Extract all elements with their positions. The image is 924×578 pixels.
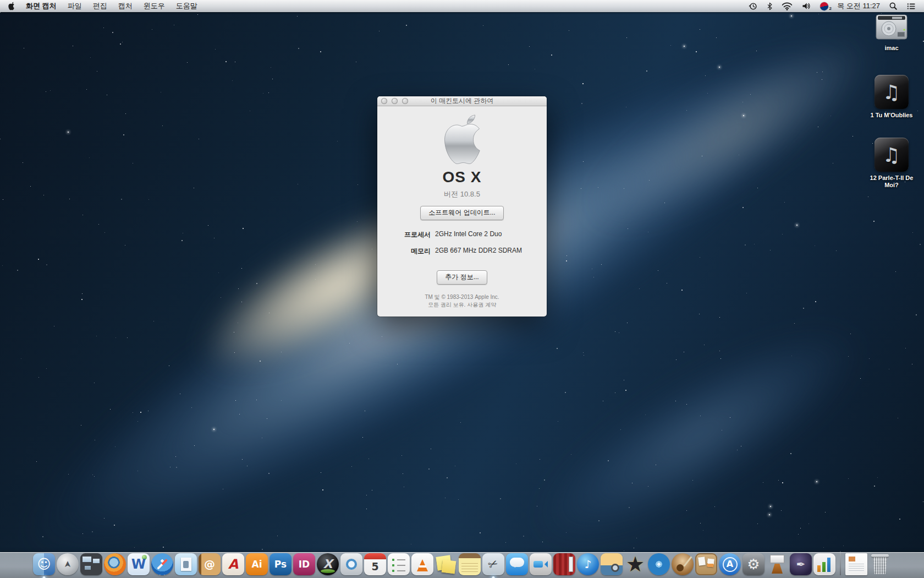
quarkxpress-icon: X [323, 558, 333, 570]
spotlight-icon[interactable] [884, 0, 902, 12]
close-button[interactable] [381, 98, 387, 104]
illustrator-icon: Ai [252, 560, 262, 569]
dock-item-adobe-reader[interactable]: A [222, 553, 244, 575]
spec-label: 메모리 [377, 247, 431, 256]
dock-item-mission-control[interactable] [80, 553, 102, 575]
photoshop-icon: Ps [274, 560, 287, 569]
taegeuk-icon: 2 [820, 1, 829, 11]
copyright-line1: TM 및 © 1983-2013 Apple Inc. [425, 294, 499, 300]
menu-file[interactable]: 파일 [62, 1, 87, 11]
dock-item-pages[interactable]: ✒ [790, 553, 812, 575]
dock-item-imovie[interactable]: ★ [624, 553, 646, 575]
dock-item-notes[interactable] [459, 553, 481, 575]
dock-item-safari[interactable] [151, 553, 173, 575]
dock-item-grab[interactable]: ✂ [482, 553, 504, 575]
desktop-icon-hard-drive-imac[interactable]: imac [861, 14, 922, 52]
menu-edit[interactable]: 편집 [87, 1, 113, 11]
volume-icon[interactable] [797, 0, 816, 12]
license-agreement-text: 사용권 계약 [467, 302, 496, 308]
spec-value: 2GHz Intel Core 2 Duo [435, 230, 547, 239]
dock-item-firefox[interactable] [104, 553, 126, 575]
notification-center-icon[interactable] [902, 0, 924, 12]
dock-item-vlc[interactable] [411, 553, 433, 575]
dock-item-iweb[interactable] [695, 553, 717, 575]
menu-items: 파일편집캡처윈도우도움말 [62, 1, 203, 11]
dock-item-toast[interactable] [340, 553, 362, 575]
menu-capture[interactable]: 캡처 [113, 1, 138, 11]
about-this-mac-window: 이 매킨토시에 관하여 OS X 버전 10.8.5 소프트웨어 업데이트...… [377, 96, 547, 317]
dock-item-stickies[interactable] [435, 553, 457, 575]
minimize-button[interactable] [392, 98, 398, 104]
desktop-icon-audio-file-1[interactable]: ♫1 Tu M'Oublies [861, 75, 922, 119]
dock-item-address-book[interactable]: @ [199, 553, 221, 575]
dock-item-launchpad[interactable]: ➤ [57, 553, 79, 575]
dock-item-garageband[interactable] [672, 553, 694, 575]
os-name: OS X [377, 168, 547, 186]
dock-item-itunes[interactable]: ♪ [577, 553, 599, 575]
ical-icon: 5 [371, 561, 378, 572]
dock-item-quarkxpress[interactable]: X [317, 553, 339, 575]
time-machine-icon[interactable] [744, 0, 762, 12]
bluetooth-icon[interactable] [762, 0, 777, 12]
menu-app-name[interactable]: 화면 캡처 [20, 1, 62, 11]
dock-item-facetime[interactable] [530, 553, 552, 575]
menu-window[interactable]: 윈도우 [138, 1, 170, 11]
apple-icon [8, 2, 15, 10]
copyright-line2: 모든 권리 보유. [428, 302, 465, 308]
menu-bar: 화면 캡처 파일편집캡처윈도우도움말 [0, 0, 924, 12]
desktop-icon-audio-file-12[interactable]: ♫12 Parle-T-Il De Moi? [861, 138, 922, 189]
dock-item-iphoto[interactable] [601, 553, 623, 575]
desktop-icon-label: 1 Tu M'Oublies [871, 112, 913, 119]
window-titlebar[interactable]: 이 매킨토시에 관하여 [377, 96, 547, 106]
music-note-icon: ♫ [883, 81, 900, 103]
software-update-button[interactable]: 소프트웨어 업데이트... [420, 206, 503, 220]
dock-item-trash[interactable] [869, 553, 891, 575]
dock-item-photo-booth[interactable] [553, 553, 575, 575]
more-info-button[interactable]: 추가 정보... [437, 270, 487, 285]
indesign-icon: ID [299, 560, 310, 569]
dock-item-numbers[interactable] [813, 553, 835, 575]
spec-label: 프로세서 [377, 230, 431, 239]
dock-separator [840, 551, 841, 575]
imovie-icon: ★ [626, 554, 645, 575]
desktop-icon-label: imac [884, 45, 898, 52]
dock-item-document-stack[interactable] [845, 553, 867, 575]
os-version: 버전 10.8.5 [377, 189, 547, 199]
grab-icon: ✂ [487, 557, 501, 571]
desktop-icon-label: 12 Parle-T-Il De Moi? [868, 175, 915, 189]
dock-item-keynote[interactable] [766, 553, 788, 575]
dock-item-ical[interactable]: 5 [364, 553, 386, 575]
dock-item-illustrator[interactable]: Ai [246, 553, 268, 575]
system-specs: 프로세서2GHz Intel Core 2 Duo메모리2GB 667 MHz … [377, 230, 547, 256]
hard-drive-icon [876, 14, 908, 42]
launchpad-icon: ➤ [63, 560, 72, 568]
pages-icon: ✒ [796, 559, 806, 570]
menu-help[interactable]: 도움말 [170, 1, 203, 11]
menu-clock[interactable]: 목 오전 11:27 [833, 1, 884, 11]
dock-item-w-document-app[interactable]: W [128, 553, 150, 575]
dock-item-app-store[interactable]: A [719, 553, 741, 575]
dock-item-reminders[interactable] [388, 553, 410, 575]
adobe-reader-icon: A [228, 558, 239, 571]
finder-icon: ☺ [37, 558, 51, 571]
dock-item-system-preferences[interactable]: ⚙ [743, 553, 765, 575]
w-document-app-icon: W [131, 558, 146, 571]
audio-file-icon: ♫ [875, 75, 909, 109]
spec-value: 2GB 667 MHz DDR2 SDRAM [435, 247, 547, 256]
dock-item-photoshop[interactable]: Ps [270, 553, 292, 575]
korean-input-icon[interactable]: 2 [816, 0, 833, 12]
dock-item-indesign[interactable]: ID [293, 553, 315, 575]
address-book-icon: @ [204, 559, 215, 570]
zoom-button[interactable] [402, 98, 408, 104]
itunes-icon: ♪ [585, 559, 592, 570]
dock-item-mail[interactable] [175, 553, 197, 575]
dock: ☺➤W@AAiPsIDX5✂♪★A⚙✒ [0, 551, 924, 575]
apple-logo-large [377, 113, 547, 167]
dock-item-messages[interactable] [506, 553, 528, 575]
wifi-icon[interactable] [777, 0, 797, 12]
system-preferences-icon: ⚙ [747, 557, 760, 571]
music-note-icon: ♫ [883, 144, 900, 166]
apple-menu[interactable] [0, 0, 20, 12]
dock-item-idvd[interactable] [648, 553, 670, 575]
dock-item-finder[interactable]: ☺ [33, 553, 55, 575]
